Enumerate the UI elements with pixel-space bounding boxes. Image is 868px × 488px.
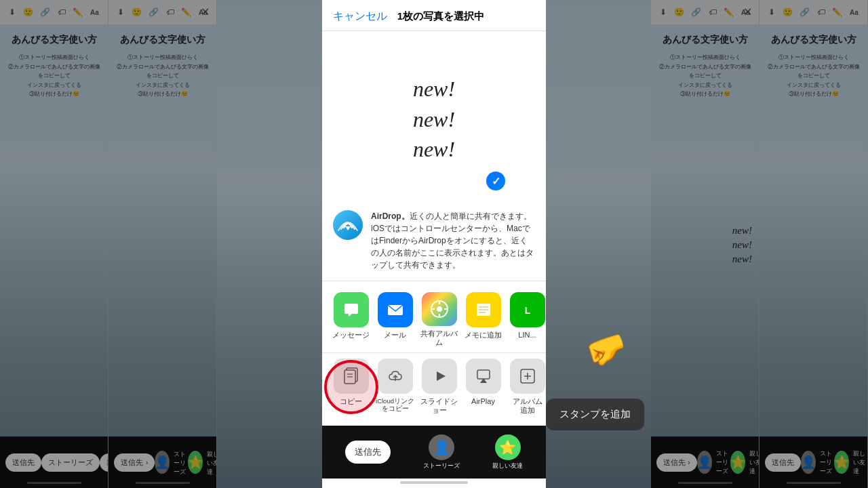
- airplay-label: AirPlay: [471, 397, 495, 406]
- share-bottom-bar: 送信先 👤 ストーリーズ ⭐ 親しい友達: [322, 426, 546, 479]
- airplay-icon: [466, 359, 501, 394]
- friends-item[interactable]: ⭐ 親しい友達: [492, 434, 523, 470]
- icloud-icon: [378, 359, 413, 394]
- handwriting-text: new!new!new!: [413, 74, 455, 165]
- photos-icon: [422, 292, 457, 326]
- send-btn-label: 送信先: [355, 446, 381, 458]
- svg-point-5: [437, 306, 442, 312]
- share-header: キャンセル 1枚の写真を選択中: [322, 0, 546, 31]
- action-icloud[interactable]: iCloudリンクをコピー: [373, 359, 417, 415]
- app-mail[interactable]: メール: [373, 292, 417, 347]
- stories-item[interactable]: 👤 ストーリーズ: [423, 434, 460, 470]
- album-icon: [510, 359, 545, 394]
- mail-icon: [378, 292, 413, 327]
- actions-row: コピー iCloudリンクをコピー スライドショー: [322, 353, 546, 426]
- friends-bottom-label: 親しい友達: [492, 462, 523, 470]
- app-notes[interactable]: メモに追加: [461, 292, 505, 347]
- app-line[interactable]: L LIN...: [505, 292, 546, 347]
- stories-bottom-label: ストーリーズ: [423, 462, 460, 470]
- svg-marker-22: [437, 371, 446, 381]
- airdrop-section: AirDrop。近くの人と簡単に共有できます。iOSではコントロールセンターから…: [322, 201, 546, 281]
- action-album[interactable]: アルバム追加: [505, 359, 549, 415]
- share-sheet-title: 1枚の写真を選択中: [397, 10, 484, 23]
- action-airplay[interactable]: AirPlay: [461, 359, 505, 415]
- airdrop-title-text: AirDrop。: [371, 211, 410, 221]
- app-messages[interactable]: メッセージ: [329, 292, 373, 347]
- preview-area: new!new!new! ✓: [322, 31, 546, 201]
- send-button[interactable]: 送信先: [345, 441, 391, 464]
- friends-avatar: ⭐: [495, 434, 521, 460]
- checkmark-badge: ✓: [486, 171, 505, 190]
- svg-rect-23: [477, 370, 490, 379]
- cancel-button[interactable]: キャンセル: [333, 9, 387, 24]
- svg-text:L: L: [524, 305, 530, 316]
- mail-label: メール: [384, 331, 406, 340]
- action-copy[interactable]: コピー: [329, 359, 373, 415]
- preview-image: new!new!new!: [366, 52, 502, 187]
- messages-icon: [334, 292, 369, 327]
- airdrop-description: AirDrop。近くの人と簡単に共有できます。iOSではコントロールセンターから…: [371, 210, 535, 271]
- slideshow-label: スライドショー: [417, 397, 461, 415]
- copy-icon: [334, 359, 369, 394]
- notes-icon: [466, 292, 501, 327]
- home-indicator-share: [400, 481, 468, 484]
- stories-avatar: 👤: [429, 434, 454, 460]
- line-label: LIN...: [518, 331, 536, 340]
- messages-label: メッセージ: [332, 331, 370, 340]
- album-label: アルバム追加: [513, 397, 542, 415]
- icloud-label: iCloudリンクをコピー: [376, 397, 414, 413]
- apps-row: メッセージ メール: [322, 281, 546, 353]
- line-icon: L: [510, 292, 545, 327]
- photos-label: 共有アルバム: [417, 329, 461, 347]
- slideshow-icon: [422, 359, 457, 394]
- svg-point-0: [333, 210, 363, 240]
- notes-label: メモに追加: [465, 331, 502, 340]
- share-sheet: キャンセル 1枚の写真を選択中 new!new!new! ✓: [322, 0, 546, 488]
- airdrop-icon: [333, 210, 363, 240]
- action-slideshow[interactable]: スライドショー: [417, 359, 461, 415]
- copy-label: コピー: [340, 397, 362, 406]
- stamp-popup[interactable]: スタンプを追加: [546, 399, 644, 430]
- stamp-popup-text: スタンプを追加: [559, 408, 631, 420]
- app-photos[interactable]: 共有アルバム: [417, 292, 461, 347]
